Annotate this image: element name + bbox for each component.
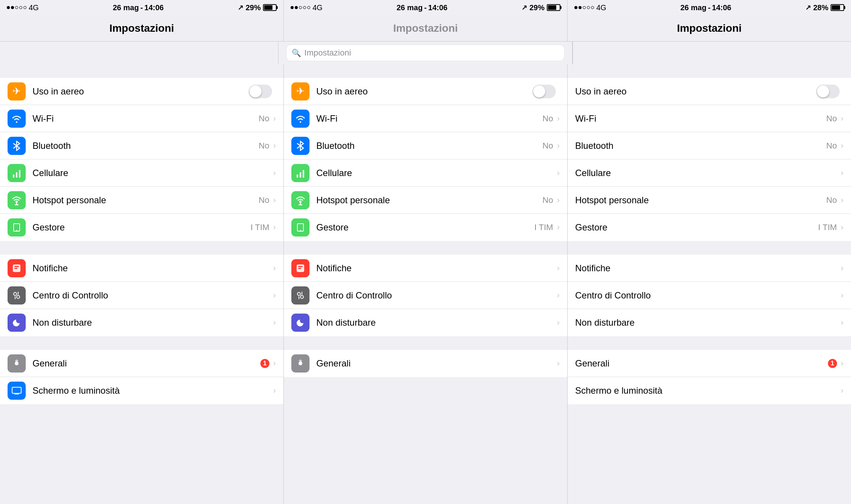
row-right-generali[interactable]: Generali 1 › (568, 350, 851, 377)
row-right-hotspot[interactable]: Hotspot personale No › (568, 187, 851, 214)
label-bluetooth-mid: Bluetooth (316, 141, 543, 151)
row-left-notifiche[interactable]: Notifiche › (0, 255, 283, 282)
bluetooth-icon-svg-left (13, 141, 20, 151)
group-mid-network: ✈ Uso in aereo Wi-Fi No › (284, 78, 567, 241)
icon-gestore-mid (291, 218, 309, 237)
row-right-notifiche[interactable]: Notifiche › (568, 255, 851, 282)
row-left-cellulare[interactable]: Cellulare › (0, 159, 283, 187)
group-left-system: Notifiche › Centro di Controllo › (0, 255, 283, 336)
label-uso-aereo-mid: Uso in aereo (316, 86, 532, 97)
label-hotspot-mid: Hotspot personale (316, 195, 543, 206)
row-left-nondisturb[interactable]: Non disturbare › (0, 309, 283, 336)
toggle-uso-aereo-mid[interactable] (532, 85, 556, 98)
label-bluetooth-left: Bluetooth (32, 141, 259, 151)
svg-rect-1 (16, 172, 17, 178)
svg-point-4 (16, 230, 17, 231)
chevron-gestore-mid: › (557, 223, 560, 232)
hotspot-icon-svg-left (11, 195, 22, 206)
dot4 (19, 6, 22, 9)
battery-left (263, 4, 277, 11)
row-left-schermo[interactable]: Schermo e luminosità › (0, 377, 283, 404)
chevron-hotspot-mid: › (557, 195, 560, 205)
icon-hotspot-mid (291, 191, 309, 209)
battery-fill-left (264, 5, 273, 10)
dot5r (591, 6, 594, 9)
svg-rect-12 (12, 387, 21, 393)
row-left-bluetooth[interactable]: Bluetooth No › (0, 132, 283, 159)
label-uso-aereo-left: Uso in aereo (32, 86, 249, 97)
row-right-bluetooth[interactable]: Bluetooth No › (568, 132, 851, 159)
location-icon-middle: ↗ (521, 3, 527, 12)
time-right: 14:06 (712, 3, 731, 12)
cellular-icon-svg-mid (296, 168, 305, 178)
badge-generali-left: 1 (260, 359, 269, 368)
label-centro-mid: Centro di Controllo (316, 290, 557, 301)
row-mid-notifiche[interactable]: Notifiche › (284, 255, 567, 282)
time-left: 14:06 (144, 3, 164, 12)
screen-icon-svg-left (11, 387, 22, 395)
row-left-uso-aereo[interactable]: ✈ Uso in aereo (0, 78, 283, 105)
chevron-cellulare-mid: › (557, 168, 560, 178)
icon-centro-left (8, 286, 26, 305)
label-notifiche-mid: Notifiche (316, 263, 557, 274)
svg-point-19 (300, 230, 301, 231)
row-mid-wifi[interactable]: Wi-Fi No › (284, 105, 567, 132)
value-bluetooth-right: No (826, 141, 837, 151)
chevron-bluetooth-mid: › (557, 141, 560, 151)
nav-right: Impostazioni (568, 15, 851, 41)
svg-rect-15 (297, 175, 298, 178)
row-mid-gestore[interactable]: Gestore I TIM › (284, 214, 567, 241)
control-icon-svg-left (12, 291, 22, 300)
row-right-centro[interactable]: Centro di Controllo › (568, 282, 851, 309)
row-mid-generali[interactable]: Generali › (284, 350, 567, 377)
row-left-gestore[interactable]: Gestore I TIM › (0, 214, 283, 241)
icon-cellulare-mid (291, 164, 309, 182)
nav-middle: Impostazioni (284, 15, 568, 41)
chevron-notifiche-right: › (841, 263, 843, 273)
row-mid-nondisturb[interactable]: Non disturbare › (284, 309, 567, 336)
label-nondisturb-left: Non disturbare (32, 317, 273, 328)
location-icon-right: ↗ (805, 3, 811, 12)
battery-fill-middle (548, 5, 557, 10)
label-generali-left: Generali (32, 358, 260, 369)
row-right-gestore[interactable]: Gestore I TIM › (568, 214, 851, 241)
row-mid-uso-aereo[interactable]: ✈ Uso in aereo (284, 78, 567, 105)
row-right-cellulare[interactable]: Cellulare › (568, 159, 851, 187)
icon-hotspot-left (8, 191, 26, 209)
row-left-centro[interactable]: Centro di Controllo › (0, 282, 283, 309)
label-generali-mid: Generali (316, 358, 557, 369)
chevron-bluetooth-left: › (273, 141, 276, 151)
row-right-nondisturb[interactable]: Non disturbare › (568, 309, 851, 336)
row-left-hotspot[interactable]: Hotspot personale No › (0, 187, 283, 214)
label-cellulare-left: Cellulare (32, 168, 273, 178)
bluetooth-icon-svg-mid (297, 141, 304, 151)
status-left-middle: 4G (291, 3, 323, 12)
row-right-uso-aereo[interactable]: Uso in aereo (568, 78, 851, 105)
dot4r (587, 6, 590, 9)
row-mid-hotspot[interactable]: Hotspot personale No › (284, 187, 567, 214)
search-input-wrapper[interactable]: 🔍 Impostazioni (286, 45, 564, 61)
value-wifi-left: No (259, 114, 269, 124)
group-mid-general: Generali › (284, 350, 567, 377)
nav-title-middle: Impostazioni (393, 22, 458, 34)
separator-right-3 (568, 336, 851, 343)
label-notifiche-right: Notifiche (575, 263, 841, 274)
row-left-generali[interactable]: Generali 1 › (0, 350, 283, 377)
row-mid-bluetooth[interactable]: Bluetooth No › (284, 132, 567, 159)
row-mid-centro[interactable]: Centro di Controllo › (284, 282, 567, 309)
toggle-uso-aereo-right[interactable] (816, 85, 840, 98)
group-mid-system: Notifiche › Centro di Controllo › (284, 255, 567, 336)
signal-left (7, 6, 26, 9)
label-wifi-right: Wi-Fi (575, 113, 826, 124)
row-mid-cellulare[interactable]: Cellulare › (284, 159, 567, 187)
panel-middle: ✈ Uso in aereo Wi-Fi No › (283, 64, 568, 504)
nav-left: Impostazioni (0, 15, 284, 41)
row-left-wifi[interactable]: Wi-Fi No › (0, 105, 283, 132)
toggle-uso-aereo-left[interactable] (249, 85, 272, 98)
separator-left-1 (0, 64, 283, 71)
row-right-wifi[interactable]: Wi-Fi No › (568, 105, 851, 132)
svg-rect-6 (14, 266, 19, 267)
nav-title-right: Impostazioni (677, 22, 741, 34)
row-right-schermo[interactable]: Schermo e luminosità › (568, 377, 851, 404)
svg-rect-2 (19, 170, 20, 178)
